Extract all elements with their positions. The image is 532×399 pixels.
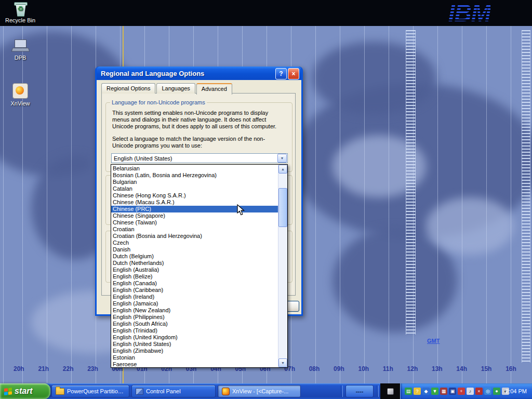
taskbar-button-powerquest[interactable]: PowerQuest Partition... — [51, 385, 129, 397]
combobox-dropdown-icon[interactable]: ▼ — [277, 154, 287, 163]
dropdown-item[interactable]: Croatian (Bosnia and Herzegovina) — [111, 233, 278, 240]
tab-advanced[interactable]: Advanced — [196, 83, 232, 95]
ibm-logo: IBM — [448, 0, 490, 27]
dropdown-item[interactable]: Dutch (Belgium) — [111, 253, 278, 260]
scroll-down-button[interactable]: ▼ — [278, 358, 287, 367]
desktop-icon-dpb[interactable]: DPB — [1, 39, 39, 61]
laptop-icon — [11, 39, 29, 53]
mouse-cursor — [237, 204, 247, 218]
language-combobox[interactable]: English (United States) ▼ — [111, 153, 288, 163]
timezone-label: 08h — [309, 365, 320, 373]
timezone-label: 23h — [87, 365, 98, 373]
dropdown-item[interactable]: Belarusian — [111, 165, 278, 172]
window-titlebar[interactable]: Regional and Language Options ? × — [97, 66, 301, 80]
dropdown-item[interactable]: Dutch (Netherlands) — [111, 260, 278, 267]
desktop-icon-xnview[interactable]: XnView — [1, 83, 39, 107]
tab-regional-options[interactable]: Regional Options — [101, 83, 155, 94]
timezone-label: 22h — [63, 365, 74, 373]
antivirus-icon[interactable]: + — [458, 388, 465, 395]
dropdown-item[interactable]: English (Caribbean) — [111, 287, 278, 294]
dropdown-item[interactable]: Bulgarian — [111, 179, 278, 185]
taskbar-dark-slot[interactable] — [380, 383, 400, 399]
timezone-label: 12h — [407, 365, 418, 373]
dropdown-item[interactable]: Chinese (Taiwan) — [111, 219, 278, 226]
timezone-label: 14h — [456, 365, 467, 373]
gmt-label: GMT — [427, 338, 440, 344]
taskbar-clock[interactable]: 2:04 PM — [506, 388, 532, 394]
taskbar-button-control-panel[interactable]: Control Panel — [131, 385, 216, 397]
quick-slot-icon — [387, 388, 394, 395]
desktop-icon-recycle-bin[interactable]: ♻ Recycle Bin — [1, 1, 39, 23]
dropdown-item[interactable]: Chinese (PRC) — [111, 206, 278, 212]
combobox-value: English (United States) — [112, 155, 277, 162]
dropdown-item[interactable]: English (Philippines) — [111, 314, 278, 321]
timezone-label: 13h — [432, 365, 443, 373]
dropdown-item[interactable]: English (Ireland) — [111, 294, 278, 300]
power-icon[interactable]: ● — [493, 388, 500, 395]
taskbar-band[interactable]: ---- — [345, 385, 374, 397]
dropdown-item[interactable]: Chinese (Hong Kong S.A.R.) — [111, 192, 278, 199]
security-alert-icon[interactable]: ? — [414, 388, 421, 395]
dropdown-item[interactable]: English (United States) — [111, 341, 278, 348]
dropdown-item[interactable]: Faeroese — [111, 361, 278, 368]
desktop-icon-label: Recycle Bin — [1, 17, 39, 23]
dropdown-item[interactable]: English (Canada) — [111, 280, 278, 287]
timezone-label: 20h — [14, 365, 24, 373]
timezone-label: 16h — [506, 365, 516, 373]
dropdown-item[interactable]: English (Belize) — [111, 273, 278, 280]
windows-update-icon[interactable]: ◆ — [422, 388, 430, 395]
timezone-label: 15h — [481, 365, 492, 373]
dropdown-item[interactable]: Bosnian (Latin, Bosnia and Herzegovina) — [111, 172, 278, 179]
scrollbar-track[interactable] — [278, 174, 287, 358]
timezone-label: 09h — [334, 365, 344, 373]
taskbar-button-xnview[interactable]: XnView - [<Capture-... — [218, 385, 301, 397]
group-description-1: This system setting enables non-Unicode … — [112, 110, 284, 130]
wallpaper-hatch-band — [522, 30, 530, 363]
scroll-up-button[interactable]: ▲ — [278, 165, 287, 174]
taskbar-separator[interactable] — [340, 385, 343, 397]
start-button[interactable]: start — [0, 383, 50, 399]
dropdown-item[interactable]: Czech — [111, 240, 278, 246]
display-settings-icon[interactable]: ▦ — [440, 388, 447, 395]
dropdown-item[interactable]: English (New Zealand) — [111, 307, 278, 314]
dropdown-item[interactable]: English (Trinidad) — [111, 327, 278, 334]
language-dropdown-list[interactable]: ▲ ▼ BelarusianBosnian (Latin, Bosnia and… — [111, 164, 288, 368]
taskbar: start PowerQuest Partition... Control Pa… — [0, 383, 532, 399]
dropdown-item[interactable]: English (Zimbabwe) — [111, 348, 278, 354]
timezone-label: 11h — [383, 365, 393, 373]
network-status-icon[interactable]: ▤ — [405, 388, 412, 395]
help-button[interactable]: ? — [275, 68, 287, 79]
folder-icon — [56, 388, 64, 395]
usb-device-icon[interactable]: ▣ — [449, 388, 456, 395]
group-description-2: Select a language to match the language … — [112, 136, 284, 149]
window-title: Regional and Language Options — [97, 70, 204, 77]
non-unicode-groupbox: Language for non-Unicode programs This s… — [105, 102, 292, 172]
dropdown-item[interactable]: English (South Africa) — [111, 321, 278, 327]
groupbox-title: Language for non-Unicode programs — [110, 99, 207, 105]
download-icon[interactable]: ▼ — [431, 388, 438, 395]
dropdown-item[interactable]: English (Jamaica) — [111, 300, 278, 307]
tab-languages[interactable]: Languages — [156, 83, 195, 94]
dropdown-item[interactable]: Danish — [111, 246, 278, 253]
desktop-icon-label: XnView — [1, 100, 39, 107]
scrollbar-thumb[interactable] — [278, 188, 287, 227]
control-panel-icon — [136, 388, 143, 395]
tab-strip: Regional Options Languages Advanced — [101, 83, 233, 94]
dropdown-item[interactable]: Catalan — [111, 185, 278, 192]
close-button[interactable]: × — [288, 68, 299, 79]
taskbar-separator[interactable] — [376, 385, 379, 397]
dropdown-item[interactable]: Chinese (Singapore) — [111, 212, 278, 219]
dropdown-item[interactable]: English (United Kingdom) — [111, 334, 278, 341]
start-button-label: start — [15, 387, 33, 396]
dropdown-item[interactable]: Estonian — [111, 354, 278, 361]
task-error-icon[interactable]: × — [475, 388, 483, 395]
dropdown-scrollbar[interactable]: ▲ ▼ — [278, 165, 287, 367]
xnview-icon — [12, 83, 28, 99]
dropdown-item[interactable]: Croatian — [111, 226, 278, 233]
dropdown-item[interactable]: Chinese (Macau S.A.R.) — [111, 199, 278, 206]
messenger-icon[interactable]: ◎ — [484, 388, 491, 395]
desktop-icon-label: DPB — [1, 55, 39, 61]
volume-icon[interactable]: ♪ — [467, 388, 474, 395]
timezone-label: 21h — [38, 365, 49, 373]
dropdown-item[interactable]: English (Australia) — [111, 267, 278, 273]
